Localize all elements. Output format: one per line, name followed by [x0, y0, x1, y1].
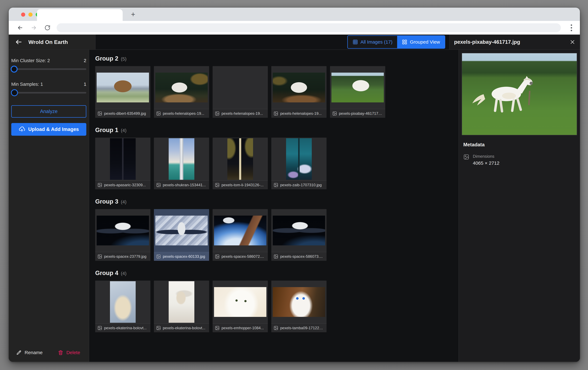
image-filename: pexels-tom-li-1943126-...: [221, 183, 263, 187]
group-title: Group 1: [95, 127, 118, 133]
image-filename: pexels-helenalopes-19...: [280, 111, 322, 116]
image-card[interactable]: pexels-helenalopes-19...: [213, 66, 268, 118]
grid-3x3-icon: [353, 39, 358, 45]
image-filename: pexels-spacex-586072....: [221, 254, 264, 259]
delete-button[interactable]: Delete: [58, 350, 80, 355]
back-icon[interactable]: [15, 38, 22, 46]
group-card-grid: pexels-spacex-23779.jpg pexels-spacex-60…: [95, 209, 459, 261]
sidebar-header: Wrold On Earth: [9, 35, 95, 50]
detail-header: pexels-pixabay-461717.jpg: [450, 35, 580, 50]
all-images-tab[interactable]: All Images (17): [348, 36, 397, 48]
image-placeholder-icon: [156, 183, 161, 187]
image-card[interactable]: pexels-emhopper-1084...: [213, 280, 268, 332]
min-samples-slider[interactable]: [11, 89, 86, 96]
new-tab-button[interactable]: +: [130, 11, 136, 18]
detail-panel: Metadata Dimensions 4065 × 2712: [459, 50, 580, 362]
slider-thumb[interactable]: [11, 89, 18, 96]
image-filename: pexels-apasaric-32309...: [104, 183, 146, 187]
image-card[interactable]: pexels-spacex-23779.jpg: [95, 209, 150, 261]
app-root: Wrold On Earth All Images (17) Groupe: [9, 35, 580, 362]
image-card[interactable]: pexels-spacex-586073....: [271, 209, 326, 261]
detail-preview-image: [462, 53, 577, 135]
min-cluster-slider[interactable]: [11, 65, 86, 73]
group-count: (4): [121, 128, 126, 133]
browser-menu-icon[interactable]: [570, 24, 572, 31]
image-placeholder-icon: [273, 183, 278, 187]
app-header: Wrold On Earth All Images (17) Groupe: [9, 35, 580, 50]
group-card-grid: pexels-apasaric-32309... pexels-shukran-…: [95, 138, 459, 189]
analyze-button[interactable]: Analyze: [11, 105, 86, 118]
image-thumbnail: [273, 73, 325, 102]
project-title: Wrold On Earth: [28, 39, 68, 45]
browser-forward-icon[interactable]: [30, 24, 37, 31]
browser-reload-icon[interactable]: [44, 24, 51, 31]
image-thumbnail: [155, 216, 208, 245]
close-icon[interactable]: [570, 39, 575, 45]
image-placeholder-icon: [215, 326, 220, 330]
image-thumbnail: [169, 281, 194, 323]
group-title: Group 2: [95, 55, 118, 62]
min-samples-value: 1: [84, 82, 86, 87]
slider-thumb[interactable]: [11, 66, 18, 73]
browser-tab[interactable]: [37, 9, 123, 21]
image-filename: pexels-zaib-1707310.jpg: [280, 183, 322, 187]
group-header: Group 4(4): [95, 270, 459, 277]
image-thumbnail: [227, 138, 253, 180]
grouped-view-tab[interactable]: Grouped View: [397, 36, 445, 48]
image-card[interactable]: pexels-dibert-635499.jpg: [95, 66, 150, 118]
image-filename: pexels-tamba09-171227...: [280, 326, 324, 330]
image-card[interactable]: pexels-ekaterina-bolovt...: [95, 280, 150, 332]
image-filename: pexels-ekaterina-bolovt...: [163, 326, 205, 330]
image-filename: pexels-helenalopes-19...: [163, 111, 204, 116]
image-card[interactable]: pexels-tom-li-1943126-...: [213, 138, 268, 189]
browser-tab-bar: +: [9, 8, 580, 21]
dimensions-label: Dimensions: [473, 154, 499, 159]
image-thumbnail: [331, 73, 384, 102]
image-card[interactable]: pexels-tamba09-171227...: [271, 280, 326, 332]
image-filename: pexels-emhopper-1084...: [221, 326, 264, 330]
close-window-button[interactable]: [21, 12, 25, 17]
image-filename: pexels-spacex-60133.jpg: [163, 254, 205, 259]
image-card[interactable]: pexels-helenalopes-19...: [154, 66, 209, 118]
group-header: Group 2(5): [95, 55, 459, 62]
group-card-grid: pexels-dibert-635499.jpg pexels-helenalo…: [95, 66, 459, 118]
image-card[interactable]: pexels-apasaric-32309...: [95, 138, 150, 189]
group-count: (4): [121, 271, 126, 276]
image-card[interactable]: pexels-zaib-1707310.jpg: [271, 138, 326, 189]
image-thumbnail: [97, 216, 149, 245]
browser-back-icon[interactable]: [17, 24, 24, 31]
image-card[interactable]: pexels-spacex-60133.jpg: [154, 209, 209, 261]
minimize-window-button[interactable]: [28, 12, 32, 17]
pencil-icon: [16, 350, 22, 355]
metadata-title: Metadata: [463, 142, 576, 148]
image-placeholder-icon: [97, 183, 102, 187]
delete-label: Delete: [66, 350, 80, 355]
image-thumbnail: [155, 73, 208, 102]
rename-button[interactable]: Rename: [16, 350, 42, 355]
image-placeholder-icon: [463, 154, 469, 166]
image-placeholder-icon: [332, 111, 337, 116]
grouped-view-label: Grouped View: [410, 39, 440, 45]
upload-add-images-button[interactable]: Upload & Add Images: [11, 123, 86, 136]
trash-icon: [58, 350, 63, 355]
image-placeholder-icon: [215, 183, 220, 187]
image-thumbnail: [286, 138, 312, 180]
image-group: Group 2(5) pexels-dibert-635499.jpg pexe…: [95, 55, 459, 118]
dimensions-value: 4065 × 2712: [473, 160, 499, 166]
image-card[interactable]: pexels-pixabay-461717.j...: [330, 66, 385, 118]
image-card[interactable]: pexels-helenalopes-19...: [271, 66, 326, 118]
rename-label: Rename: [25, 350, 42, 355]
image-group: Group 3(4) pexels-spacex-23779.jpg pexel…: [95, 198, 459, 261]
group-header: Group 3(4): [95, 198, 459, 205]
min-samples-label: Min Samples: 1: [11, 82, 43, 87]
all-images-label: All Images (17): [360, 39, 392, 45]
group-title: Group 4: [95, 270, 118, 277]
image-placeholder-icon: [273, 326, 278, 330]
image-placeholder-icon: [156, 111, 161, 116]
browser-toolbar: [9, 21, 580, 35]
image-card[interactable]: pexels-shukran-153441...: [154, 138, 209, 189]
image-card[interactable]: pexels-spacex-586072....: [213, 209, 268, 261]
address-bar[interactable]: [57, 23, 561, 32]
image-card[interactable]: pexels-ekaterina-bolovt...: [154, 280, 209, 332]
image-filename: pexels-helenalopes-19...: [221, 111, 263, 116]
